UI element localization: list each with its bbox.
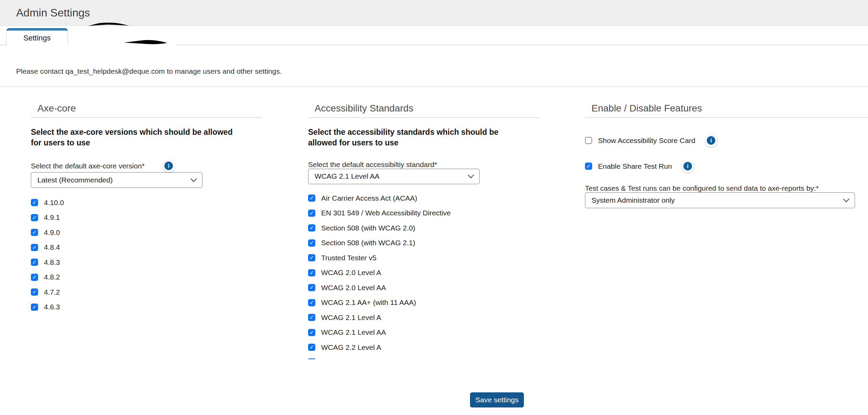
chevron-down-icon xyxy=(190,176,197,182)
prompt-line: allowed for users to use xyxy=(308,138,540,148)
checkbox-row: ✓WCAG 2.1 Level A xyxy=(308,313,540,322)
default-axe-version-select[interactable]: Latest (Recommended) xyxy=(31,172,202,188)
checkbox-checked[interactable]: ✓ xyxy=(31,274,38,281)
checkbox-row: ✓EN 301 549 / Web Accessibility Directiv… xyxy=(308,209,540,217)
checkbox-checked[interactable]: ✓ xyxy=(31,229,38,236)
info-icon[interactable]: i xyxy=(682,160,694,173)
checkbox-row: ✓4.9.1 xyxy=(31,213,262,222)
select-value: Latest (Recommended) xyxy=(37,176,113,184)
checkbox-checked[interactable]: ✓ xyxy=(308,314,315,321)
checkbox-label: Show Accessibility Score Card xyxy=(598,137,695,145)
checkbox-unchecked[interactable] xyxy=(585,137,592,144)
checkbox-label: Trusted Tester v5 xyxy=(321,254,376,262)
default-standard-select[interactable]: WCAG 2.1 Level AA xyxy=(308,169,480,184)
chevron-down-icon xyxy=(843,196,849,202)
info-icon[interactable]: i xyxy=(163,160,175,172)
section-features: Enable / Disable Features Show Accessibi… xyxy=(585,102,868,208)
checkbox-checked[interactable]: ✓ xyxy=(308,329,315,336)
prompt-line: Select the axe-core versions which shoul… xyxy=(31,127,262,138)
feature-toggle-row: Show Accessibility Score Card i xyxy=(585,134,868,147)
default-axe-version-label: Select the default axe-core version* xyxy=(31,162,145,170)
checkbox-row: ✓Trusted Tester v5 xyxy=(308,254,540,262)
tab-settings[interactable]: Settings xyxy=(6,28,68,45)
checkbox-row: ✓WCAG 2.1 AA+ (with 11 AAA) xyxy=(308,298,540,307)
checkbox-checked[interactable]: ✓ xyxy=(308,210,315,217)
checkbox-row: ✓Section 508 (with WCAG 2.0) xyxy=(308,224,540,232)
admin-contact-notice: Please contact qa_test_helpdesk@deque.co… xyxy=(16,67,282,75)
checkbox-row: ✓4.8.4 xyxy=(31,243,262,251)
checkbox-row: ✓WCAG 2.0 Level A xyxy=(308,269,540,277)
checkbox-label: 4.10.0 xyxy=(44,199,64,207)
checkbox-row: ✓4.7.2 xyxy=(31,288,262,296)
app-header: Admin Settings xyxy=(0,0,868,26)
checkbox-checked[interactable]: ✓ xyxy=(31,244,38,251)
checkbox-label: WCAG 2.2 Level A xyxy=(321,343,381,352)
select-value: System Administrator only xyxy=(591,196,675,204)
checkbox-checked[interactable]: ✓ xyxy=(308,284,315,291)
checkbox-label: WCAG 2.0 Level A xyxy=(321,269,381,277)
standards-heading: Accessibility Standards xyxy=(308,102,540,115)
feature-toggle-row: ✓ Enable Share Test Run i xyxy=(585,160,868,173)
checkbox-checked[interactable]: ✓ xyxy=(308,239,315,247)
checkbox-checked[interactable]: ✓ xyxy=(31,199,38,206)
checkbox-label: 4.9.1 xyxy=(44,213,60,222)
section-axe-core: Axe-core Select the axe-core versions wh… xyxy=(31,102,262,318)
checkbox-label: EN 301 549 / Web Accessibility Directive xyxy=(321,209,451,217)
checkbox-row: ✓WCAG 2.2 Level A xyxy=(308,343,540,352)
info-icon-glyph: i xyxy=(164,162,173,170)
checkbox-checked[interactable]: ✓ xyxy=(585,163,592,170)
checkbox-checked[interactable]: ✓ xyxy=(31,214,38,221)
axe-core-heading: Axe-core xyxy=(31,102,262,115)
checkbox-label: Section 508 (with WCAG 2.0) xyxy=(321,224,415,232)
checkbox-checked[interactable]: ✓ xyxy=(308,299,315,306)
checkbox-label: 4.7.2 xyxy=(44,288,60,296)
checkbox-label: WCAG 2.1 Level AA xyxy=(321,328,386,336)
checkbox-label: Enable Share Test Run xyxy=(598,162,672,170)
checkbox-checked[interactable]: ✓ xyxy=(308,194,315,202)
tabbar-border-right xyxy=(176,45,868,45)
section-heading-rule xyxy=(31,117,262,118)
page-title: Admin Settings xyxy=(16,7,90,19)
redaction-scribble-icon xyxy=(88,21,130,27)
features-heading: Enable / Disable Features xyxy=(585,102,868,115)
default-standard-label: Select the default accessibiltiy standar… xyxy=(308,161,540,169)
checkbox-label: 4.8.4 xyxy=(44,243,60,251)
redaction-scribble-icon xyxy=(124,38,167,47)
checkbox-row: ✓4.8.2 xyxy=(31,273,262,281)
checkbox-label: Section 508 (with WCAG 2.1) xyxy=(321,239,415,247)
tabbar-border-left xyxy=(0,45,6,45)
checkbox-row: ✓4.10.0 xyxy=(31,199,262,207)
checkbox-checked[interactable]: ✓ xyxy=(31,288,38,296)
checkbox-checked[interactable]: ✓ xyxy=(31,304,38,311)
checkbox-row: ✓Section 508 (with WCAG 2.1) xyxy=(308,239,540,247)
section-heading-rule xyxy=(585,117,868,118)
section-accessibility-standards: Accessibility Standards Select the acces… xyxy=(308,102,540,359)
checkbox-label: 4.8.3 xyxy=(44,258,60,266)
checkbox-checked[interactable]: ✓ xyxy=(308,269,315,276)
section-heading-rule xyxy=(308,117,540,118)
checkbox-label: WCAG 2.1 Level A xyxy=(321,313,381,322)
axe-reports-config-label: Test cases & Test runs can be configured… xyxy=(585,184,868,192)
checkbox-row: ✓WCAG 2.0 Level AA xyxy=(308,284,540,292)
checkbox-label: 4.6.3 xyxy=(44,303,60,311)
prompt-line: for users to use xyxy=(31,138,262,148)
checkbox-checked[interactable]: ✓ xyxy=(31,259,38,266)
tab-settings-label: Settings xyxy=(23,34,51,43)
checkbox-row: ✓WCAG 2.1 Level AA xyxy=(308,328,540,336)
axe-version-list: ✓4.10.0 ✓4.9.1 ✓4.9.0 ✓4.8.4 ✓4.8.3 ✓4.8… xyxy=(31,199,262,311)
axe-core-prompt: Select the axe-core versions which shoul… xyxy=(31,127,262,148)
info-icon-glyph: i xyxy=(707,136,715,145)
checkbox-label: 4.9.0 xyxy=(44,228,60,237)
checkbox-checked[interactable]: ✓ xyxy=(308,224,315,232)
checkbox-row: ✓4.9.0 xyxy=(31,228,262,237)
content-divider xyxy=(0,86,868,87)
checkbox-label: Air Carrier Access Act (ACAA) xyxy=(321,194,417,202)
save-settings-button[interactable]: Save settings xyxy=(470,392,524,407)
checkbox-checked[interactable]: ✓ xyxy=(308,344,315,351)
checkbox-checked[interactable]: ✓ xyxy=(308,254,315,261)
checkbox-label: WCAG 2.1 AA+ (with 11 AAA) xyxy=(321,298,416,307)
partially-visible-checkbox[interactable] xyxy=(308,358,315,359)
checkbox-row: ✓4.6.3 xyxy=(31,303,262,311)
info-icon[interactable]: i xyxy=(705,134,717,147)
axe-reports-config-select[interactable]: System Administrator only xyxy=(585,192,855,208)
